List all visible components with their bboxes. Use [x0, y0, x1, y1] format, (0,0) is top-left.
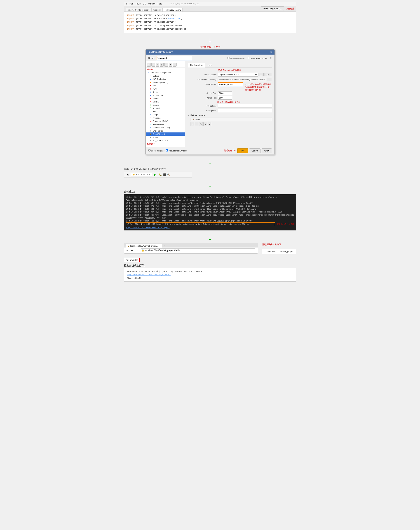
shell-icon: ▣ — [149, 130, 152, 132]
build-button[interactable]: 🔨 — [167, 173, 170, 176]
sidebar-item-jest[interactable]: ✦ Jest — [146, 84, 185, 87]
run-debug-dialog: Run/Debug Configurations ✕ Name: Unnamed… — [145, 49, 275, 155]
sidebar-item-remote-jvm[interactable]: ◎ Remote JVM Debug — [146, 126, 185, 129]
nwjs-icon: ◈ — [149, 113, 152, 116]
react-icon: ⚛ — [149, 123, 152, 126]
sidebar-more-btn[interactable]: ⋮ — [173, 63, 176, 67]
apply-button[interactable]: Apply — [261, 148, 272, 153]
url-bar[interactable]: 🔒 localhost:8080 Servlet_project/hello — [140, 248, 257, 252]
sidebar-item-protractor[interactable]: ● Protractor — [146, 116, 185, 119]
sidebar-remove-btn[interactable]: − — [151, 63, 155, 67]
menu-git[interactable]: Git — [143, 2, 145, 5]
console2-line-2[interactable]: http://localhost:8080/Servlet_project — [127, 273, 293, 277]
sidebar-item-nodeunit[interactable]: ⬡ Nodeunit — [146, 107, 185, 110]
sidebar-item-kotlin[interactable]: ◈ Kotlin — [146, 90, 185, 94]
arrow-3: ↓ — [124, 181, 296, 189]
debug-button[interactable]: 🐛 — [158, 173, 162, 177]
add-configuration-button[interactable]: Add Configuration... — [261, 6, 284, 11]
path-annotation: 刚刚设置的一级路径 — [261, 243, 281, 246]
sidebar-item-spyjs[interactable]: ◈ Spy-js — [146, 136, 185, 139]
name-input[interactable]: Unnamed — [156, 56, 192, 60]
context-path-input[interactable]: /Servlet_project — [218, 82, 243, 86]
sidebar-item-react-native[interactable]: ⚛ React Native — [146, 123, 185, 126]
sidebar-item-junit[interactable]: ◉ JUnit — [146, 87, 185, 90]
launch-remove-btn[interactable]: − — [195, 122, 198, 126]
add-config-annotation: 点击这里 — [286, 7, 294, 10]
tab-hello-servlet[interactable]: HelloServlet.java — [163, 8, 183, 12]
store-as-project-checkbox[interactable] — [247, 57, 250, 59]
stop-button[interactable]: ⬛ — [163, 173, 166, 176]
launch-edit-btn[interactable]: ✎ — [199, 122, 203, 126]
sidebar-item-gulpjs[interactable]: ● Gulp.js — [146, 74, 185, 77]
env-options-input[interactable] — [218, 109, 272, 112]
sidebar-edit-btn[interactable]: ✎ — [156, 63, 159, 67]
allow-parallel-checkbox[interactable] — [227, 57, 230, 59]
menu-tools[interactable]: Tools — [136, 2, 141, 5]
menu-ld[interactable]: ld — [126, 2, 127, 5]
sidebar-item-nodejs[interactable]: ⬡ Node.js — [146, 103, 185, 107]
browser-section: 🔒 localhost:8080/Servlet_projec... ✕ + ◀… — [124, 243, 296, 282]
tomcat-config-btn[interactable]: OK — [264, 73, 272, 76]
sidebar-item-spyjs-node[interactable]: ◈ Spy-js for Node.js — [146, 139, 185, 142]
sidebar-item-jsdebug[interactable]: ◈ JavaScript Debug — [146, 81, 185, 84]
server-port-input[interactable]: 8080 — [218, 91, 232, 95]
sidebar-down-btn[interactable]: ▼ — [169, 63, 172, 67]
sidebar-item-smart-tomcat[interactable]: 🐱 Smart Tomcat — [146, 132, 185, 136]
tomcat-server-select[interactable]: Apache Tomcat/8.5.78 — [218, 73, 258, 77]
show-page-checkbox[interactable] — [148, 149, 150, 151]
remote-jvm-icon: ◎ — [149, 126, 152, 129]
ok-button[interactable]: OK — [237, 148, 248, 153]
sidebar-up-btn[interactable]: ▲ — [164, 63, 168, 67]
sidebar-item-jar[interactable]: ▣ JAR Application — [146, 77, 185, 81]
dialog-main-panel: Configuration Logs 选择 Tomcat 的安装目录 Tomca… — [185, 61, 275, 147]
sidebar-copy-btn[interactable]: ⎘ — [160, 63, 164, 67]
dropdown-arrow-icon[interactable]: ▼ — [149, 174, 150, 176]
nav-refresh-btn[interactable]: ↺ — [135, 249, 139, 252]
new-tab-btn[interactable]: + — [163, 244, 166, 248]
activate-window-checkbox[interactable] — [166, 149, 168, 151]
launch-up-btn[interactable]: ▲ — [203, 122, 207, 126]
sidebar-item-kotlin-script[interactable]: ◈ Kotlin script — [146, 94, 185, 97]
nav-back-btn[interactable]: ◀ — [126, 249, 129, 252]
back-nav-btn[interactable]: ◀ — [126, 173, 130, 177]
url-secure-icon: 🔒 — [142, 249, 144, 252]
context-path-row: Context Path /Servlet_project — [188, 82, 243, 86]
nav-forward-btn[interactable]: ▶ — [130, 249, 134, 252]
launch-down-btn[interactable]: ▼ — [208, 122, 211, 126]
tomcat-browse-btn[interactable]: ... — [259, 73, 263, 76]
sidebar-item-shell-script[interactable]: ▣ Shell Script — [146, 129, 185, 132]
admin-port-row: Admin Port 8005 — [188, 96, 272, 100]
browser-tab-active[interactable]: 🔒 localhost:8080/Servlet_projec... ✕ — [126, 244, 162, 248]
admin-port-input[interactable]: 8005 — [218, 96, 232, 100]
menu-window[interactable]: Window — [148, 2, 155, 5]
sidebar-add-btn[interactable]: + — [147, 63, 151, 67]
settings-icon[interactable]: ⚙ — [270, 57, 272, 59]
run-toolbar-annotation: 出现了这个就 OK,点击小三角就开始运行 — [124, 167, 296, 171]
menu-run[interactable]: Run — [130, 2, 133, 5]
dialog-close-button[interactable]: ✕ — [270, 51, 272, 54]
tab-om-xml[interactable]: om.xml (Servlet_project) — [126, 8, 151, 12]
console-link-line[interactable]: http://localhost:8080/Servlet_project — [126, 226, 294, 229]
sidebar-item-nwjs[interactable]: ◈ NW.js — [146, 113, 185, 116]
before-launch-header[interactable]: ▼ Before launch — [188, 114, 272, 117]
menu-help[interactable]: Help — [158, 2, 162, 5]
sidebar-item-mocha[interactable]: ● Mocha — [146, 100, 185, 103]
deployment-browse-btn[interactable]: ... — [267, 78, 272, 81]
context-path-box-value: /Servlet_project — [279, 250, 293, 252]
sidebar-item-maven[interactable]: ▲ Maven — [146, 97, 185, 100]
tab-close-btn[interactable]: ✕ — [159, 245, 160, 247]
play-button[interactable]: ▶ — [153, 173, 157, 177]
tab-web-xml[interactable]: web.xml — [151, 8, 162, 12]
deployment-dir-input[interactable]: D:/IDEA/JavaCode/Maven/Servlet_project/s… — [218, 78, 266, 81]
tab-configuration[interactable]: Configuration — [188, 63, 205, 68]
launch-add-btn[interactable]: + — [190, 122, 194, 126]
url-host: localhost:8080 — [145, 249, 159, 252]
sidebar-item-npm[interactable]: ⬡ npm — [146, 110, 185, 113]
tab-logs[interactable]: Logs — [205, 63, 215, 67]
sidebar-add-new[interactable]: ＋ Add New Configuration — [146, 71, 185, 74]
name-label: Name: — [148, 57, 155, 59]
sidebar-item-protractor-kotlin[interactable]: ● Protractor (Kotlin) — [146, 119, 185, 123]
vm-options-input[interactable] — [218, 104, 272, 108]
footer-right: 最后点击 OK OK Cancel Apply — [224, 148, 272, 153]
cancel-button[interactable]: Cancel — [249, 148, 261, 153]
